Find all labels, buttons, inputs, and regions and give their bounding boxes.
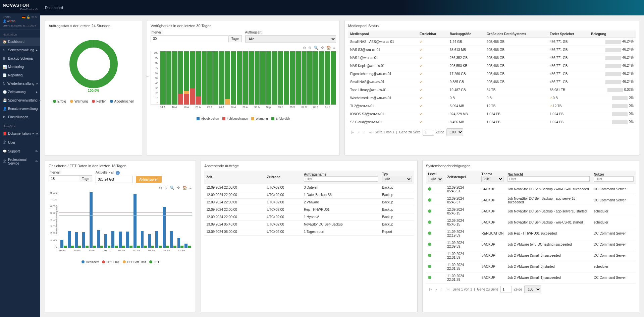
pager-show-select[interactable]: 100 (446, 128, 463, 136)
zoom-reset-icon[interactable]: ⊙ (159, 186, 162, 190)
status-info-icon (428, 220, 431, 224)
table-row[interactable]: 12.09.2024 22:00:00UTC+02:002 VMwareBack… (204, 198, 414, 206)
table-header[interactable]: Belegung (589, 30, 636, 38)
table-row[interactable]: 12.09.2024 22:00:00UTC+02:001 Datei Back… (204, 191, 414, 198)
menu-icon[interactable]: ≡ (333, 46, 335, 50)
refresh-button[interactable]: Aktualisieren (136, 176, 162, 183)
table-row[interactable]: 12.09.2024 22:00:00UTC+02:001 Hyper-VBac… (204, 213, 414, 220)
table-row[interactable]: NAS Kopie@wru-cs-01 ✓ 203,553 KB 905,466… (348, 62, 636, 70)
pager-prev-icon[interactable]: ‹ (435, 288, 438, 291)
cell-usage: 46.24% (589, 62, 636, 70)
table-header[interactable]: Medienpool (348, 30, 418, 38)
col-ts[interactable]: Zeitstempel (445, 171, 479, 184)
pan-icon[interactable]: ✥ (177, 186, 180, 190)
table-row[interactable]: 11.09.2024 22:09:39BACKUPJob 2 VMware (w… (426, 239, 636, 250)
nav-item-dashboard[interactable]: 🏠Dashboard (0, 38, 40, 46)
table-row[interactable]: 13.09.2024 05:45:00UTC+02:00NovaStor DC … (204, 220, 414, 228)
table-row[interactable]: Small NAS@wru-cs-01 ✓ 9,385 GB 905,466 G… (348, 78, 636, 86)
nav-item-monitoring[interactable]: 📊Monitoring (0, 63, 40, 71)
fet-interval-input[interactable] (49, 175, 79, 182)
check-icon: ✓ (420, 120, 423, 124)
table-row[interactable]: Eigensicherung@wru-cs-01 ✓ 17,266 GB 905… (348, 70, 636, 78)
zoom-out-icon[interactable]: ⊖ (308, 46, 311, 50)
table-row[interactable]: 12.09.2024 22:00:00UTC+02:003 DateienBac… (204, 184, 414, 191)
filter-name-input[interactable] (304, 176, 378, 182)
table-row[interactable]: 12.09.2024 22:00:00UTC+02:00Rep - HHWRU0… (204, 206, 414, 213)
info-icon[interactable]: ? (116, 171, 120, 175)
pager-last-icon[interactable]: ››| (368, 130, 373, 134)
bar-gesichert (68, 231, 71, 248)
nav-item-einstellungen[interactable]: ⚙Einstellungen (0, 113, 40, 121)
table-row[interactable]: Tape Library@wru-cs-01 ✓ 19,487 GB 84 TB… (348, 86, 636, 94)
table-row[interactable]: Small NAS - AES@wru-cs-01 ✓ 1,24 GB 905,… (348, 38, 636, 46)
nav-item-professional-service[interactable]: ⓘProfessional Service⧉ (0, 155, 40, 168)
table-row[interactable]: IONOS S3@wru-cs-01 ✓ 924,229 MB 1.024 PB… (348, 110, 636, 118)
table-row[interactable]: NAS S3@wru-cs-01 ✓ 63,613 MB 905,466 GB … (348, 46, 636, 54)
filter-msg-input[interactable] (507, 176, 590, 182)
table-row[interactable]: 11.09.2024 22:01:59BACKUPJob 2 VMware (S… (426, 250, 636, 261)
filter-user-input[interactable] (594, 176, 634, 182)
nav-item-support[interactable]: 💬Support⧉ (0, 147, 40, 155)
home-icon[interactable]: 🏠 (182, 186, 187, 190)
col-tz[interactable]: Zeitzone (265, 171, 302, 184)
pager-first-icon[interactable]: |‹‹ (350, 130, 355, 134)
menu-icon[interactable]: ≡ (190, 186, 192, 190)
table-row[interactable]: 12.09.2024 05:45:51BACKUPJob NovaStor DC… (426, 184, 636, 195)
nav-item-backup-schema[interactable]: ⊞Backup-Schema (0, 54, 40, 63)
table-row[interactable]: TL2@wru-cs-01 ✓ 5,094 MB 12 TB ⚠12 TB 0% (348, 102, 636, 110)
table-header[interactable]: Größe des DateiSystems (485, 30, 548, 38)
table-row[interactable]: 11.09.2024 22:19:59REPLICATIONJob Rep - … (426, 228, 636, 239)
table-row[interactable]: 12.09.2024 05:45:15BACKUPJob NovaStor DC… (426, 206, 636, 217)
home-icon[interactable]: 🏠 (326, 46, 331, 50)
flag-icon[interactable]: 🇩🇪 (22, 15, 25, 19)
table-row[interactable]: NAS 1@wru-cs-01 ✓ 286,352 GB 905,466 GB … (348, 54, 636, 62)
table-row[interactable]: 12.09.2024 05:45:37BACKUPJob NovaStor DC… (426, 195, 636, 206)
nav-item-zeitplanung[interactable]: 🕒Zeitplanung▸ (0, 88, 40, 96)
fet-value-input[interactable] (96, 176, 132, 183)
nav-item-wiederherstellung[interactable]: ↻Wiederherstellung▸ (0, 79, 40, 88)
pager-next-icon[interactable]: › (440, 288, 443, 291)
pager-goto-input[interactable] (423, 129, 434, 136)
gear-icon[interactable]: ⚙ (31, 15, 34, 19)
zoom-out-icon[interactable]: ⊖ (164, 186, 167, 190)
table-row[interactable]: 12.09.2024 05:45:15BACKUPJob NovaStor DC… (426, 217, 636, 228)
table-header[interactable]: Backupgröße (448, 30, 485, 38)
nav-item-serververwaltung[interactable]: ≡Serververwaltung▸ (0, 46, 40, 54)
pager-first-icon[interactable]: |‹‹ (428, 288, 433, 291)
zoom-reset-icon[interactable]: ⊙ (303, 46, 306, 50)
x-label (284, 106, 289, 109)
nav-item-speicherverwaltung[interactable]: 💾Speicherverwaltung▸ (0, 96, 40, 105)
table-row[interactable]: 11.09.2024 22:01:35BACKUPJob 2 VMware (S… (426, 261, 636, 272)
table-row[interactable]: S3 Cloud@wru-cs-01 ✓ 8,456 MB 1.024 PB 1… (348, 118, 636, 126)
table-row[interactable]: 11.09.2024 22:01:29BACKUPJob 2 VMware (S… (426, 272, 636, 283)
pager-goto-input[interactable] (500, 286, 512, 293)
filter-topic-select[interactable]: Alle (481, 176, 503, 182)
pager-next-icon[interactable]: › (363, 130, 366, 134)
cell-ts: 12.09.2024 05:45:15 (445, 206, 479, 217)
nav-label: Wiederherstellung (7, 82, 35, 85)
table-row[interactable]: Wechelmedium@wru-cs-01 ✓ 0 B 0 B ⚠0 B 0% (348, 94, 636, 102)
filter-type-select[interactable]: Alle (382, 176, 412, 182)
interval-input[interactable] (151, 35, 229, 42)
nav-item-dokumentation[interactable]: 📕Dokumentation▸⧉ (0, 129, 40, 138)
table-header[interactable]: Erreichbar (418, 30, 448, 38)
x-label (185, 249, 192, 252)
filter-level-select[interactable]: Alle (428, 176, 443, 182)
zoom-in-icon[interactable]: 🔍 (170, 186, 174, 190)
zoom-in-icon[interactable]: 🔍 (314, 46, 318, 50)
lock-icon[interactable]: 🔒 (26, 15, 30, 19)
table-row[interactable]: 13.09.2024 06:00:00UTC+02:001 Tagesrepor… (204, 228, 414, 235)
nav-item-reporting[interactable]: 📄Reporting (0, 71, 40, 79)
cell-free: 486,771 GB (548, 78, 589, 86)
nav-item-über[interactable]: ⓘÜber (0, 138, 40, 147)
type-select[interactable]: Alle (245, 35, 336, 43)
logout-icon[interactable]: ↪ (35, 15, 38, 19)
pager-prev-icon[interactable]: ‹ (357, 130, 360, 134)
table-header[interactable]: Freier Speicher (548, 30, 589, 38)
progress-bar (607, 88, 623, 92)
pager-show-select[interactable]: 100 (524, 286, 541, 293)
nav-item-benutzerverwaltung[interactable]: 👤Benutzerverwaltung (0, 105, 40, 113)
col-time[interactable]: Zeit (204, 171, 265, 184)
pager-last-icon[interactable]: ››| (445, 288, 450, 291)
pan-icon[interactable]: ✥ (321, 46, 324, 50)
